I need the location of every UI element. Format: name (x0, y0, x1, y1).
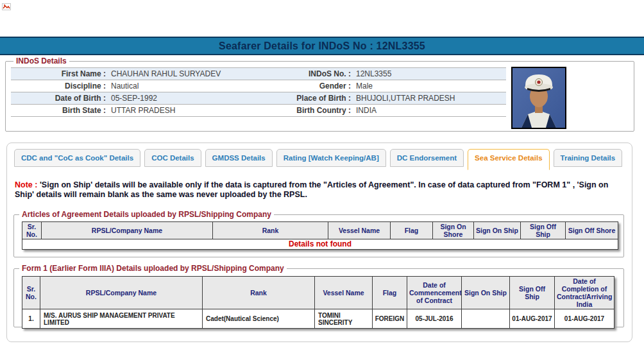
articles-col-sign-off-shore: Sign Off Shore (566, 222, 618, 239)
form1-col-vessel-name: Vessel Name (315, 277, 373, 309)
seafarer-details-page: { "page": { "title": "Seafarer Details f… (0, 0, 644, 346)
form1-section: Form 1 (Earlier Form IIIA) Details uploa… (13, 264, 624, 327)
first-name-label: First Name : (11, 69, 106, 78)
discipline-label: Discipline : (11, 82, 106, 91)
gender-label: Gender : (261, 82, 351, 91)
articles-col-vessel-name: Vessel Name (328, 222, 391, 239)
form1-data-row: 1. M/S. AURUS SHIP MANAGEMENT PRIVATE LI… (22, 309, 614, 329)
form1-cell-date-commencement: 05-JUL-2016 (407, 309, 462, 329)
form1-col-sr-no: Sr. No. (22, 277, 40, 309)
form1-cell-date-completion: 01-AUG-2017 (555, 309, 614, 329)
tab-sea-service-details[interactable]: Sea Service Details (468, 149, 550, 170)
articles-col-flag: Flag (391, 222, 433, 239)
page-title: Seafarer Details for INDoS No : 12NL3355 (219, 40, 425, 52)
form1-cell-vessel-name: TOMINI SINCERITY (315, 309, 373, 329)
tab-dc-endorsement[interactable]: DC Endorsement (390, 149, 464, 167)
form1-cell-rpsl-company: M/S. AURUS SHIP MANAGEMENT PRIVATE LIMIT… (40, 309, 203, 329)
articles-of-agreement-section: Articles of Agreement Details uploaded b… (13, 210, 624, 257)
details-not-found-message: Details not found (22, 239, 618, 250)
articles-col-rpsl-company: RPSL/Company Name (42, 222, 213, 239)
tab-bar: CDC and "CoC as Cook" Details COC Detail… (14, 149, 622, 170)
tab-cdc-coc-as-cook-details[interactable]: CDC and "CoC as Cook" Details (14, 149, 140, 167)
form1-col-date-commencement: Date of Commencement of Contract (407, 277, 462, 309)
place-of-birth-label: Place of Birth : (261, 94, 351, 103)
tab-rating-watch-keeping-ab[interactable]: Rating [Watch Keeping/AB] (276, 149, 386, 167)
form1-header-row: Sr. No. RPSL/Company Name Rank Vessel Na… (22, 277, 614, 309)
tab-training-details[interactable]: Training Details (554, 149, 623, 167)
form1-table: Sr. No. RPSL/Company Name Rank Vessel Na… (22, 276, 614, 329)
indos-details-grid: First Name : CHAUHAN RAHUL SURYADEV INDo… (11, 67, 506, 117)
articles-col-sign-off-ship: Sign Off Ship (521, 222, 566, 239)
form1-col-flag: Flag (373, 277, 407, 309)
form1-cell-sign-on-ship (462, 309, 510, 329)
tab-coc-details[interactable]: COC Details (144, 149, 201, 167)
form1-cell-flag: FOREIGN (373, 309, 407, 329)
form1-cell-rank: Cadet(Nautical Science) (203, 309, 315, 329)
first-name-value: CHAUHAN RAHUL SURYADEV (106, 69, 261, 78)
detail-row-discipline: Discipline : Nautical Gender : Male (11, 80, 506, 92)
indos-no-value: 12NL3355 (351, 69, 506, 78)
form1-col-rank: Rank (203, 277, 315, 309)
form1-cell-sign-off-ship: 01-AUG-2017 (510, 309, 555, 329)
articles-header-row: Sr. No. RPSL/Company Name Rank Vessel Na… (22, 222, 618, 239)
form1-legend: Form 1 (Earlier Form IIIA) Details uploa… (19, 264, 287, 273)
note-body: 'Sign on Ship' details will be available… (15, 180, 608, 199)
articles-col-sign-on-ship: Sign On Ship (474, 222, 521, 239)
form1-col-rpsl-company: RPSL/Company Name (40, 277, 203, 309)
articles-col-rank: Rank (213, 222, 328, 239)
form1-col-sign-off-ship: Sign Off Ship (510, 277, 555, 309)
birth-country-label: Birth Country : (261, 106, 351, 115)
indos-no-label: INDoS No. : (261, 69, 351, 78)
discipline-value: Nautical (106, 82, 261, 91)
page-header: Seafarer Details for INDoS No : 12NL3355 (0, 37, 644, 55)
articles-empty-row: Details not found (22, 239, 618, 250)
place-of-birth-value: BHUJOLI,UTTAR PRADESH (351, 94, 506, 103)
form1-col-sign-on-ship: Sign On Ship (462, 277, 510, 309)
note-prefix: Note : (15, 180, 37, 189)
gender-value: Male (351, 82, 506, 91)
tab-gmdss-details[interactable]: GMDSS Details (205, 149, 273, 167)
detail-row-date-of-birth: Date of Birth : 05-SEP-1992 Place of Bir… (11, 92, 506, 105)
articles-col-sr-no: Sr. No. (22, 222, 42, 239)
date-of-birth-value: 05-SEP-1992 (106, 94, 261, 103)
date-of-birth-label: Date of Birth : (11, 94, 106, 103)
form1-col-date-completion: Date of Completion of Contract/Arriving … (555, 277, 614, 309)
articles-col-sign-on-shore: Sign On Shore (433, 222, 474, 239)
detail-row-first-name: First Name : CHAUHAN RAHUL SURYADEV INDo… (11, 68, 506, 80)
birth-country-value: INDIA (351, 106, 506, 115)
broken-image-icon (2, 1, 11, 8)
sign-on-ship-note: Note : 'Sign on Ship' details will be av… (15, 180, 625, 200)
articles-legend: Articles of Agreement Details uploaded b… (19, 210, 274, 219)
indos-details-legend: INDoS Details (13, 56, 69, 65)
seafarer-photo (511, 67, 566, 129)
form1-cell-sr-no: 1. (22, 309, 40, 329)
tab-content-panel: CDC and "CoC as Cook" Details COC Detail… (6, 143, 632, 342)
detail-row-birth-state: Birth State : UTTAR PRADESH Birth Countr… (11, 105, 506, 117)
birth-state-label: Birth State : (11, 106, 106, 115)
articles-table: Sr. No. RPSL/Company Name Rank Vessel Na… (22, 221, 618, 250)
birth-state-value: UTTAR PRADESH (106, 106, 261, 115)
